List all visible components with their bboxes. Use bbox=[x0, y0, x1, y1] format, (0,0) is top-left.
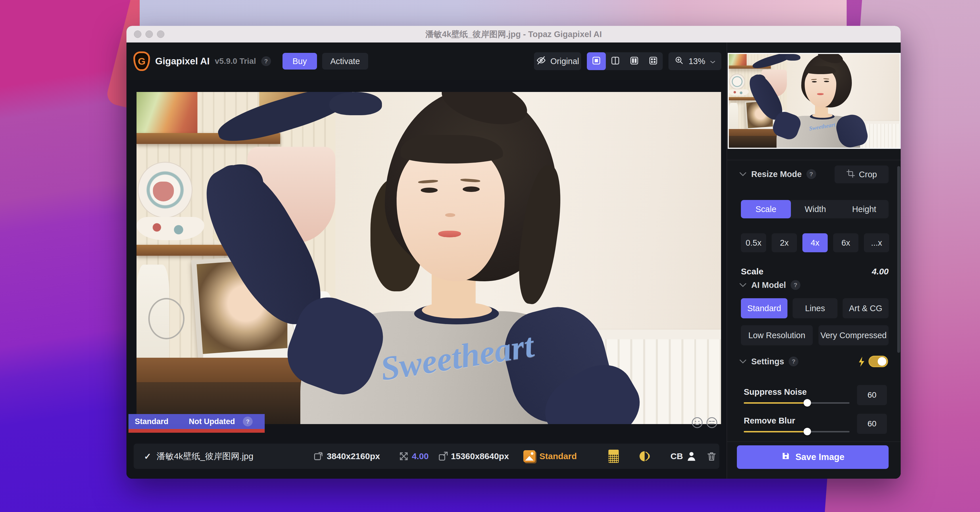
crop-icon bbox=[846, 169, 855, 180]
app-name: Gigapixel AI bbox=[155, 56, 210, 67]
tab-scale[interactable]: Scale bbox=[741, 200, 791, 218]
model-name: Standard bbox=[539, 444, 577, 469]
input-size: 3840x2160px bbox=[327, 444, 380, 469]
chevron-down-icon[interactable] bbox=[739, 283, 747, 287]
user-initials: CB bbox=[670, 444, 683, 469]
resize-mode-header: Resize Mode ? bbox=[739, 168, 816, 180]
photo-hairline bbox=[401, 135, 503, 163]
crop-button[interactable]: Crop bbox=[835, 165, 889, 183]
feedback-happy-button[interactable] bbox=[691, 417, 703, 429]
app-window: 潘敏4k壁纸_彼岸图网.jpg - Topaz Gigapixel AI G G… bbox=[126, 26, 901, 479]
resize-tabs: Scale Width Height bbox=[741, 200, 889, 218]
original-label: Original bbox=[550, 57, 579, 66]
happy-face-icon bbox=[691, 417, 703, 429]
blur-drop-icon bbox=[638, 450, 651, 463]
chevron-down-icon[interactable] bbox=[739, 359, 747, 364]
factor-0-5x-button[interactable]: 0.5x bbox=[741, 233, 766, 252]
photo-eye-right bbox=[463, 186, 480, 192]
desktop: 潘敏4k壁纸_彼岸图网.jpg - Topaz Gigapixel AI G G… bbox=[0, 0, 980, 512]
main-column: G Gigapixel AI v5.9.0 Trial ? Buy Activa… bbox=[126, 43, 727, 479]
thumb-poster bbox=[729, 54, 747, 66]
suppress-noise-value[interactable]: 60 bbox=[857, 385, 887, 405]
buy-button[interactable]: Buy bbox=[283, 53, 317, 70]
zoom-control[interactable]: 13% bbox=[668, 52, 721, 70]
model-status-badge: Standard Not Updated ? bbox=[129, 414, 265, 433]
factor-2x-button[interactable]: 2x bbox=[772, 233, 797, 252]
slider-knob[interactable] bbox=[803, 399, 811, 407]
tab-width[interactable]: Width bbox=[791, 200, 840, 218]
ai-model-help-icon[interactable]: ? bbox=[791, 280, 800, 290]
model-standard-button[interactable]: Standard bbox=[741, 298, 788, 318]
app-version: v5.9.0 Trial bbox=[215, 57, 256, 66]
thumbnail-photo: Sweetheart bbox=[729, 54, 899, 148]
activate-button[interactable]: Activate bbox=[322, 53, 368, 70]
image-model-icon bbox=[523, 450, 535, 462]
suppress-noise-label: Suppress Noise bbox=[744, 387, 807, 397]
model-low-resolution-button[interactable]: Low Resolution bbox=[741, 325, 813, 345]
toolbar: G Gigapixel AI v5.9.0 Trial ? Buy Activa… bbox=[126, 43, 727, 80]
output-size-icon bbox=[438, 444, 449, 469]
model-art-cg-button[interactable]: Art & CG bbox=[843, 298, 889, 318]
slider-fill bbox=[744, 431, 807, 432]
photo-kettle-handle bbox=[148, 298, 185, 340]
split-view-icon bbox=[611, 56, 620, 67]
scale-factor: 4.00 bbox=[412, 444, 428, 469]
factor-6x-button[interactable]: 6x bbox=[833, 233, 858, 252]
view-mode-group bbox=[587, 52, 663, 70]
file-name: 潘敏4k壁纸_彼岸图网.jpg bbox=[157, 444, 253, 469]
thumb-lips bbox=[817, 93, 824, 95]
sidebar-scrollbar[interactable] bbox=[897, 166, 900, 353]
app-help-icon[interactable]: ? bbox=[261, 56, 271, 66]
single-view-icon bbox=[592, 56, 601, 67]
thumb-hand bbox=[785, 54, 800, 60]
photo-hand bbox=[329, 92, 382, 115]
remove-blur-value[interactable]: 60 bbox=[857, 414, 887, 434]
navigator-thumbnail[interactable]: Sweetheart bbox=[728, 53, 901, 149]
save-icon bbox=[781, 452, 790, 463]
photo-poster bbox=[137, 92, 197, 134]
scale-value-field[interactable]: 4.00 bbox=[848, 267, 889, 277]
scale-value-label: Scale bbox=[741, 267, 763, 277]
view-split-button[interactable] bbox=[606, 52, 625, 70]
zoom-in-icon bbox=[674, 56, 684, 67]
settings-help-icon[interactable]: ? bbox=[789, 356, 799, 366]
blur-setting-icon[interactable] bbox=[638, 444, 651, 469]
noise-setting-icon[interactable] bbox=[608, 444, 619, 469]
badge-help-icon[interactable]: ? bbox=[243, 417, 253, 426]
model-status-bar: Standard Not Updated ? bbox=[129, 414, 265, 429]
factor-4x-button[interactable]: 4x bbox=[802, 233, 828, 252]
eye-off-icon bbox=[536, 55, 546, 68]
chevron-down-icon[interactable] bbox=[739, 172, 747, 176]
quad-view-icon bbox=[648, 56, 658, 67]
tab-height[interactable]: Height bbox=[840, 200, 889, 218]
remove-blur-slider[interactable] bbox=[744, 431, 850, 432]
view-single-button[interactable] bbox=[587, 52, 606, 70]
save-label: Save Image bbox=[795, 452, 845, 462]
remove-file-button[interactable] bbox=[706, 444, 717, 469]
photo-preview[interactable]: Sweetheart bbox=[137, 92, 721, 424]
ai-model-header: AI Model ? bbox=[739, 279, 800, 291]
feedback-neutral-button[interactable] bbox=[706, 417, 718, 429]
view-side-by-side-button[interactable] bbox=[625, 52, 644, 70]
remove-blur-label: Remove Blur bbox=[744, 416, 795, 426]
resize-help-icon[interactable]: ? bbox=[807, 169, 816, 179]
toolbar-left: G Gigapixel AI v5.9.0 Trial ? Buy Activa… bbox=[134, 43, 368, 80]
photo-eye-left bbox=[421, 188, 438, 193]
thumb-dish bbox=[729, 89, 749, 96]
model-very-compressed-button[interactable]: Very Compressed bbox=[818, 325, 889, 345]
model-lines-button[interactable]: Lines bbox=[792, 298, 837, 318]
file-check: ✓ bbox=[144, 444, 151, 469]
resize-mode-title: Resize Mode bbox=[751, 170, 802, 179]
suppress-noise-slider[interactable] bbox=[744, 402, 850, 404]
slider-knob[interactable] bbox=[803, 428, 811, 435]
view-quad-button[interactable] bbox=[644, 52, 663, 70]
user-button[interactable] bbox=[686, 444, 697, 469]
topaz-logo-icon: G bbox=[134, 51, 150, 71]
window-title: 潘敏4k壁纸_彼岸图网.jpg - Topaz Gigapixel AI bbox=[126, 26, 901, 43]
save-image-button[interactable]: Save Image bbox=[737, 445, 889, 469]
photo-nose bbox=[445, 213, 455, 217]
show-original-button[interactable]: Original bbox=[534, 52, 581, 70]
toggle-knob bbox=[878, 357, 886, 366]
factor-custom-button[interactable]: ...x bbox=[864, 233, 889, 252]
auto-settings-toggle[interactable] bbox=[869, 356, 888, 367]
